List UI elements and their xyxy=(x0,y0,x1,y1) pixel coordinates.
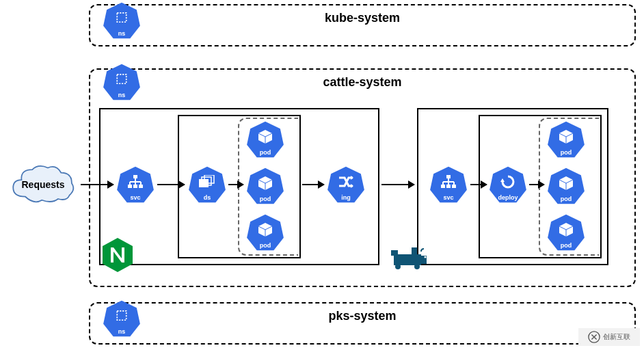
arrow xyxy=(81,184,113,185)
svg-point-70 xyxy=(425,256,427,258)
node-label: pod xyxy=(561,196,572,202)
svg-rect-11 xyxy=(128,185,132,188)
svg-rect-45 xyxy=(452,185,456,188)
node-label: deploy xyxy=(498,194,518,201)
pod-node: pod xyxy=(547,213,585,252)
ns-icon-pks: ns xyxy=(103,299,141,338)
namespace-kube-system: kube-system xyxy=(89,4,636,46)
svg-rect-5 xyxy=(133,175,137,178)
pod-node: pod xyxy=(246,167,284,205)
svg-rect-65 xyxy=(391,250,398,256)
nginx-logo-icon xyxy=(103,238,133,272)
svg-point-68 xyxy=(414,264,420,269)
node-label: pod xyxy=(260,242,271,249)
arrow xyxy=(157,184,185,185)
svg-rect-44 xyxy=(446,185,451,188)
node-label: svc xyxy=(443,194,453,201)
pod-node: pod xyxy=(246,213,284,252)
pod-icon xyxy=(558,130,574,144)
watermark-badge: 创新互联 xyxy=(578,328,640,346)
pod-node: pod xyxy=(547,167,585,205)
node-label: ing xyxy=(341,194,351,201)
deployment-node: deploy xyxy=(489,165,527,204)
svc-icon xyxy=(127,175,144,189)
namespace-title: kube-system xyxy=(325,11,400,25)
daemonset-node: ds xyxy=(188,165,226,204)
svg-point-67 xyxy=(395,264,401,269)
arrow xyxy=(302,184,324,185)
node-label: pod xyxy=(561,149,572,156)
namespace-pks-system: pks-system xyxy=(89,302,636,345)
deploy-icon xyxy=(500,175,516,189)
node-label: pod xyxy=(260,149,271,156)
arrow xyxy=(228,184,243,185)
rancher-logo-icon xyxy=(391,245,428,269)
ns-icon-label: ns xyxy=(118,30,126,37)
svc-node-1: svc xyxy=(116,165,155,204)
arrow xyxy=(529,184,544,185)
namespace-title: pks-system xyxy=(328,309,396,323)
pod-icon xyxy=(257,176,273,190)
ds-icon xyxy=(199,175,215,189)
pod-node: pod xyxy=(246,120,284,159)
ns-icon-label: ns xyxy=(118,92,126,98)
svg-rect-12 xyxy=(133,185,137,188)
pod-icon xyxy=(558,176,574,190)
arrow xyxy=(470,184,487,185)
requests-label: Requests xyxy=(21,179,64,190)
svc-icon xyxy=(440,175,457,189)
svg-marker-47 xyxy=(500,178,505,182)
ing-icon xyxy=(338,175,354,189)
requests-cloud: Requests xyxy=(5,161,81,208)
namespace-title: cattle-system xyxy=(323,75,401,90)
node-label: pod xyxy=(260,196,271,202)
ns-icon-kube: ns xyxy=(103,1,141,40)
node-label: ds xyxy=(204,194,211,201)
ns-icon-label: ns xyxy=(118,328,126,335)
svg-marker-34 xyxy=(351,176,353,180)
pod-node: pod xyxy=(547,120,585,159)
ingress-node: ing xyxy=(327,165,365,204)
svg-rect-13 xyxy=(139,185,143,188)
ns-icon-cattle: ns xyxy=(103,63,141,101)
node-label: pod xyxy=(561,242,572,249)
watermark-text: 创新互联 xyxy=(603,332,630,342)
pod-icon xyxy=(558,223,574,237)
svg-rect-43 xyxy=(441,185,445,188)
svc-node-2: svc xyxy=(429,165,468,204)
svg-rect-66 xyxy=(412,247,417,254)
svg-marker-35 xyxy=(351,184,353,188)
pod-icon xyxy=(257,130,273,144)
arrow xyxy=(381,184,414,185)
pod-icon xyxy=(257,223,273,237)
node-label: svc xyxy=(130,194,140,201)
svg-rect-37 xyxy=(446,175,451,178)
svg-rect-64 xyxy=(394,254,421,265)
